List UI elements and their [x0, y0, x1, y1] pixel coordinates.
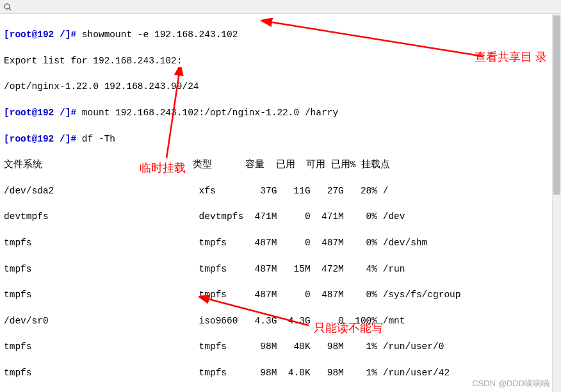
svg-point-0 [4, 4, 10, 9]
prompt-end: ]# [65, 29, 76, 40]
command-text: mount 192.168.243.102:/opt/nginx-1.22.0 … [76, 108, 338, 118]
df-row: devtmpfs devtmpfs 471M 0 471M 0% /dev [4, 210, 557, 223]
toolbar [0, 0, 561, 14]
prompt-end: ]# [65, 134, 76, 144]
command-text: showmount -e 192.168.243.102 [76, 29, 238, 40]
prompt-end: ]# [65, 108, 76, 118]
df-row: tmpfs tmpfs 487M 15M 472M 4% /run [4, 263, 557, 275]
scrollbar-vertical[interactable] [552, 14, 561, 392]
df-header: 文件系统 类型 容量 已用 可用 已用% 挂载点 [4, 158, 557, 171]
output-line: /opt/nginx-1.22.0 192.168.243.99/24 [4, 80, 557, 93]
command-text: df -Th [76, 134, 115, 144]
df-row: /dev/sda2 xfs 37G 11G 27G 28% / [4, 184, 557, 197]
terminal-output[interactable]: [root@192 /]# showmount -e 192.168.243.1… [0, 14, 561, 392]
search-icon[interactable] [3, 2, 13, 12]
prompt: [root@192 [4, 134, 60, 144]
df-row: tmpfs tmpfs 487M 0 487M 0% /dev/shm [4, 236, 557, 249]
output-line: Export list for 192.168.243.102: [4, 54, 557, 67]
prompt-path: / [60, 29, 65, 40]
df-row: /dev/sr0 iso9660 4.3G 4.3G 0 100% /mnt [4, 314, 557, 327]
prompt: [root@192 [4, 108, 60, 118]
prompt: [root@192 [4, 29, 60, 40]
df-row: tmpfs tmpfs 98M 40K 98M 1% /run/user/0 [4, 340, 557, 353]
scrollbar-thumb[interactable] [553, 15, 560, 195]
svg-line-1 [9, 8, 11, 10]
watermark: CSDN @DDD嘀嘀嘀 [472, 378, 549, 389]
prompt-path: / [60, 108, 65, 118]
df-row: tmpfs tmpfs 487M 0 487M 0% /sys/fs/cgrou… [4, 288, 557, 301]
prompt-path: / [60, 134, 65, 144]
